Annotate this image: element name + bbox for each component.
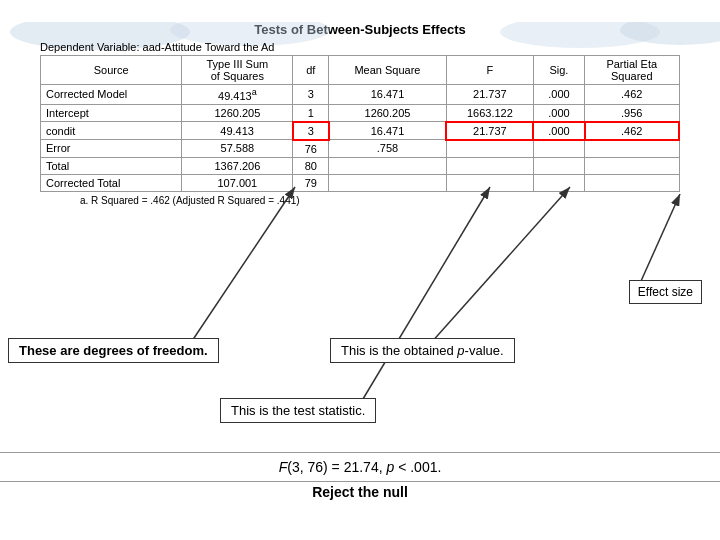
degrees-freedom-box: These are degrees of freedom.: [8, 338, 219, 363]
table-cell: 49.413: [182, 122, 293, 140]
table-section: Dependent Variable: aad-Attitude Toward …: [40, 41, 680, 206]
table-cell: Corrected Model: [41, 85, 182, 105]
reject-null-label: Reject the null: [312, 484, 408, 500]
table-cell: 16.471: [329, 85, 447, 105]
table-cell: [585, 157, 679, 174]
effect-size-box: Effect size: [629, 280, 702, 304]
table-header-row: Source Type III Sumof Squares df Mean Sq…: [41, 56, 680, 85]
table-cell: [446, 140, 533, 158]
table-cell: 21.737: [446, 122, 533, 140]
col-sig: Sig.: [533, 56, 584, 85]
table-cell: [533, 174, 584, 191]
svg-line-7: [190, 187, 295, 344]
table-cell: 1663.122: [446, 104, 533, 122]
table-cell: 16.471: [329, 122, 447, 140]
p-value-box: This is the obtained p-value.: [330, 338, 515, 363]
page-container: Tests of Between-Subjects Effects Depend…: [0, 22, 720, 540]
table-cell: .758: [329, 140, 447, 158]
table-cell: 80: [293, 157, 329, 174]
table-cell: Intercept: [41, 104, 182, 122]
table-row: Corrected Model49.413a316.47121.737.000.…: [41, 85, 680, 105]
col-f: F: [446, 56, 533, 85]
test-statistic-label: This is the test statistic.: [231, 403, 365, 418]
table-cell: [585, 174, 679, 191]
table-cell: [533, 140, 584, 158]
table-row: Corrected Total107.00179: [41, 174, 680, 191]
table-cell: 21.737: [446, 85, 533, 105]
svg-line-8: [430, 187, 570, 344]
table-cell: 1260.205: [329, 104, 447, 122]
table-cell: 3: [293, 85, 329, 105]
svg-line-9: [360, 187, 490, 404]
table-cell: 107.001: [182, 174, 293, 191]
p-value-label: This is the obtained p-value.: [341, 343, 504, 358]
table-cell: .000: [533, 104, 584, 122]
table-cell: [329, 157, 447, 174]
table-cell: 76: [293, 140, 329, 158]
table-row: Intercept1260.20511260.2051663.122.000.9…: [41, 104, 680, 122]
table-cell: Corrected Total: [41, 174, 182, 191]
table-cell: 1: [293, 104, 329, 122]
table-cell: .000: [533, 122, 584, 140]
table-cell: Error: [41, 140, 182, 158]
table-cell: .462: [585, 85, 679, 105]
table-row: Total1367.20680: [41, 157, 680, 174]
col-sum-sq: Type III Sumof Squares: [182, 56, 293, 85]
col-source: Source: [41, 56, 182, 85]
table-row: Error57.58876.758: [41, 140, 680, 158]
table-cell: [446, 157, 533, 174]
formula-text: F(3, 76) = 21.74, p < .001.: [279, 459, 442, 475]
col-df: df: [293, 56, 329, 85]
table-cell: .956: [585, 104, 679, 122]
col-mean-sq: Mean Square: [329, 56, 447, 85]
table-footnote: a. R Squared = .462 (Adjusted R Squared …: [80, 195, 680, 206]
reject-null-line: Reject the null: [0, 484, 720, 500]
table-cell: Total: [41, 157, 182, 174]
col-eta: Partial EtaSquared: [585, 56, 679, 85]
table-cell: 57.588: [182, 140, 293, 158]
degrees-freedom-label: These are degrees of freedom.: [19, 343, 208, 358]
table-cell: 1367.206: [182, 157, 293, 174]
table-cell: 79: [293, 174, 329, 191]
table-cell: [329, 174, 447, 191]
test-statistic-box: This is the test statistic.: [220, 398, 376, 423]
table-cell: .462: [585, 122, 679, 140]
table-cell: condit: [41, 122, 182, 140]
table-cell: .000: [533, 85, 584, 105]
effect-size-label: Effect size: [638, 285, 693, 299]
dependent-variable-label: Dependent Variable: aad-Attitude Toward …: [40, 41, 680, 53]
table-row: condit49.413316.47121.737.000.462: [41, 122, 680, 140]
formula-section: F(3, 76) = 21.74, p < .001.: [0, 452, 720, 482]
table-cell: 3: [293, 122, 329, 140]
svg-line-4: [637, 194, 680, 290]
table-cell: [446, 174, 533, 191]
table-cell: [533, 157, 584, 174]
table-cell: [585, 140, 679, 158]
stats-table: Source Type III Sumof Squares df Mean Sq…: [40, 55, 680, 192]
table-cell: 49.413a: [182, 85, 293, 105]
table-cell: 1260.205: [182, 104, 293, 122]
